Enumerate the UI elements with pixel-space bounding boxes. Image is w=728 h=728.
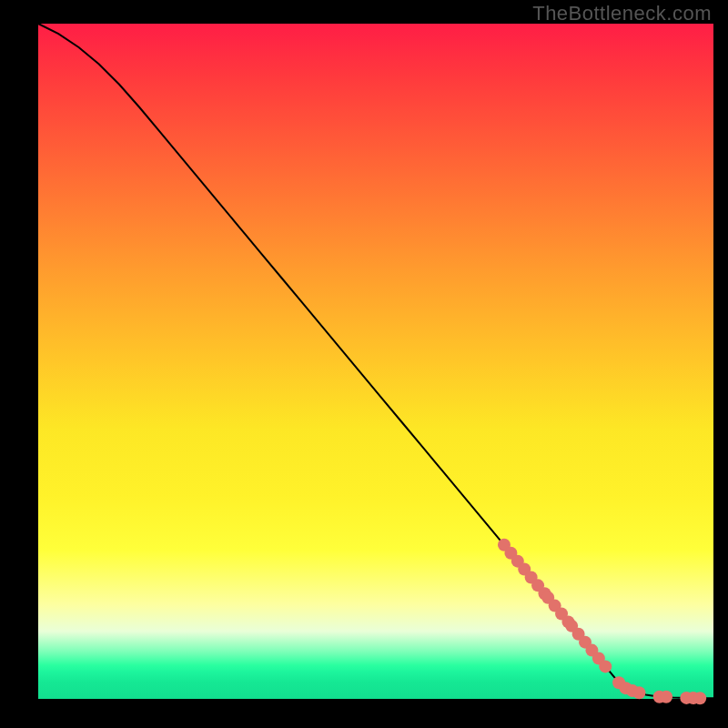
curve-line — [38, 24, 713, 698]
marker-group — [498, 539, 706, 704]
data-point — [632, 686, 645, 699]
watermark-text: TheBottleneck.com — [532, 2, 712, 25]
data-point — [660, 691, 672, 703]
chart-container: TheBottleneck.com — [0, 0, 728, 728]
data-point — [599, 660, 612, 672]
chart-svg — [38, 24, 713, 699]
plot-area — [38, 24, 713, 699]
data-point — [693, 692, 706, 704]
